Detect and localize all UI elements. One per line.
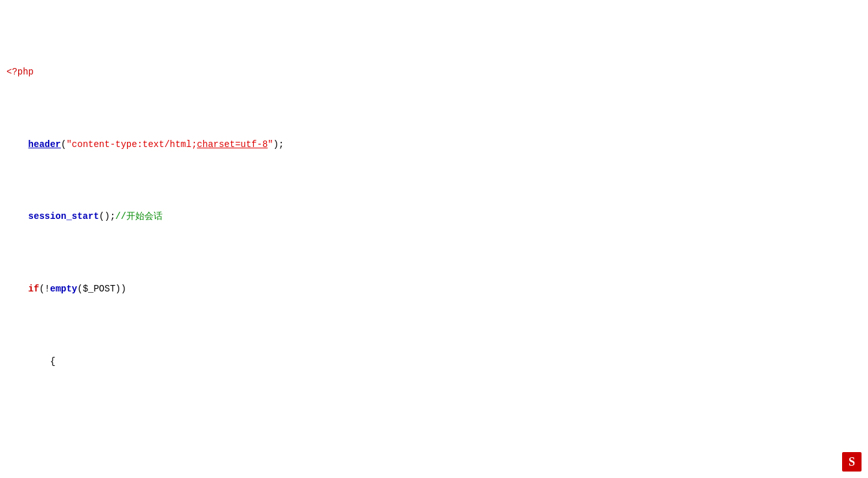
- line-5: {: [0, 354, 868, 369]
- line-2: header("content-type:text/html;charset=u…: [0, 137, 868, 152]
- line-4: if(!empty($_POST)): [0, 282, 868, 296]
- line-6: [0, 427, 868, 441]
- line-3: session_start();//开始会话: [0, 209, 868, 223]
- line-1: <?php: [0, 65, 868, 79]
- code-editor: <?php header("content-type:text/html;cha…: [0, 0, 868, 478]
- logo-icon: S: [842, 452, 862, 472]
